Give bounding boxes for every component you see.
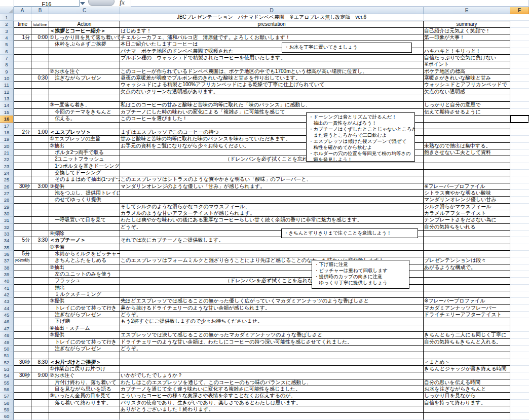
- cell-C27[interactable]: 泡をつぶし、提供用トレイに: [49, 190, 120, 197]
- row-header-7[interactable]: 7: [0, 55, 14, 61]
- cell-F57[interactable]: [510, 393, 529, 399]
- cell-A15[interactable]: [14, 109, 31, 116]
- cell-B16[interactable]: [31, 116, 49, 122]
- cell-E9[interactable]: ボケテ地区の標高: [424, 68, 510, 75]
- cell-F33[interactable]: [510, 231, 529, 237]
- cell-F20[interactable]: [510, 143, 529, 149]
- cell-D2[interactable]: presentation: [120, 21, 424, 27]
- cell-B52[interactable]: 8:30: [31, 359, 49, 366]
- cell-F30[interactable]: [510, 210, 529, 217]
- cell-F15[interactable]: [510, 109, 529, 116]
- cell-A12[interactable]: [14, 89, 31, 95]
- cell-E36[interactable]: [424, 251, 510, 257]
- cell-F1[interactable]: [510, 14, 529, 21]
- cell-E52[interactable]: ＜まとめ＞: [424, 359, 510, 366]
- cell-A1[interactable]: [14, 14, 31, 21]
- cell-D49[interactable]: ドライチェリーのような甘い余韻は、わたしにコーヒーの持つ深い可能性を感じさせてく…: [120, 339, 424, 346]
- row-header-13[interactable]: 13: [0, 95, 14, 102]
- cell-A23[interactable]: [14, 163, 31, 170]
- cell-C54[interactable]: ②お水注ぐ: [49, 372, 120, 379]
- cell-D28[interactable]: [120, 197, 424, 203]
- cell-B23[interactable]: [31, 163, 49, 170]
- row-header-38[interactable]: 38: [0, 264, 14, 271]
- cell-F46[interactable]: [510, 318, 529, 325]
- cell-C15[interactable]: 今回のテーマをきちんと: [49, 109, 120, 116]
- cell-C49[interactable]: トレイにのせて持って行き: [49, 339, 120, 346]
- cell-E41[interactable]: [424, 285, 510, 291]
- cell-B42[interactable]: [31, 291, 49, 298]
- cell-F32[interactable]: [510, 224, 529, 231]
- cell-D58[interactable]: バリスタの使命であり、生きがいであり、楽しさであるとわたしは思います。: [120, 400, 424, 406]
- cell-C26[interactable]: ③提供: [49, 183, 120, 190]
- cell-C38[interactable]: ②抽出: [49, 264, 120, 271]
- cell-D14[interactable]: 私はこのコーヒーの甘みと酸味と苦味の均等に取れた「味のバランス」に感動し、: [120, 102, 424, 108]
- cell-A34[interactable]: 5分: [14, 237, 31, 244]
- cell-C10[interactable]: 注ぎながらプレゼン: [49, 75, 120, 82]
- cell-C31[interactable]: 一呼吸置いて目を見て: [49, 217, 120, 223]
- row-header-34[interactable]: 34: [0, 237, 14, 244]
- row-header-28[interactable]: 28: [0, 197, 14, 203]
- cell-D10[interactable]: 昼夜の寒暖差が明瞭でブルボン種のきれいな酸味と甘さを作り出しています。: [120, 75, 424, 82]
- cell-C5[interactable]: 体幹をぶらさずご挨拶: [49, 41, 120, 48]
- cell-B46[interactable]: [31, 318, 49, 325]
- row-header-2[interactable]: 2: [0, 21, 14, 27]
- cell-C30[interactable]: [49, 210, 120, 217]
- textbox-note-dosing[interactable]: ・ドーシングは音とリズムで計るんだ！ 抽出の一貫性をがんばろう！ ・カプチーノは…: [306, 112, 415, 162]
- cell-E38[interactable]: あがるような構成で。: [424, 264, 510, 271]
- cell-E46[interactable]: [424, 318, 510, 325]
- cell-D31[interactable]: わたしは爽やかな味わいの後にある重厚なコーヒーらしい甘く続く余韻の香りに非常に魅…: [120, 217, 424, 223]
- cell-B47[interactable]: [31, 325, 49, 332]
- row-header-45[interactable]: 45: [0, 312, 14, 318]
- cell-D8[interactable]: [120, 61, 424, 68]
- cell-F50[interactable]: [510, 346, 529, 352]
- cell-B30[interactable]: [31, 210, 49, 217]
- row-header-33[interactable]: 33: [0, 231, 14, 237]
- cell-B11[interactable]: [31, 82, 49, 88]
- cell-B55[interactable]: [31, 379, 49, 386]
- cell-A26[interactable]: 30秒: [14, 183, 31, 190]
- cell-B20[interactable]: [31, 143, 49, 149]
- cell-A46[interactable]: [14, 318, 31, 325]
- row-header-54[interactable]: 54: [0, 372, 14, 379]
- cell-F17[interactable]: [510, 123, 529, 129]
- cell-B56[interactable]: [31, 386, 49, 393]
- cell-A43[interactable]: [14, 298, 31, 304]
- cell-E28[interactable]: マンダリンオレンジ優しい甘み: [424, 197, 510, 203]
- cell-B19[interactable]: [31, 136, 49, 142]
- cell-F9[interactable]: [510, 68, 529, 75]
- cell-F39[interactable]: [510, 271, 529, 278]
- cell-C21[interactable]: ポルタ2つ両手で取る: [49, 149, 120, 156]
- row-header-44[interactable]: 44: [0, 305, 14, 312]
- cell-F36[interactable]: [510, 251, 529, 257]
- cell-D53[interactable]: [120, 366, 424, 372]
- cell-E33[interactable]: [424, 231, 510, 237]
- cell-C53[interactable]: ①作業台に戻りお片づけ: [49, 366, 120, 372]
- cell-B14[interactable]: [31, 102, 49, 108]
- cell-A33[interactable]: [14, 231, 31, 237]
- cell-A27[interactable]: [14, 190, 31, 197]
- cell-F37[interactable]: [510, 257, 529, 264]
- cell-F43[interactable]: [510, 298, 529, 304]
- cell-C51[interactable]: [49, 352, 120, 359]
- cell-A41[interactable]: [14, 285, 31, 291]
- cell-A44[interactable]: [14, 305, 31, 312]
- cell-C9[interactable]: ②お水を注ぐ: [49, 68, 120, 75]
- cell-A6[interactable]: [14, 48, 31, 55]
- cell-E18[interactable]: [424, 129, 510, 136]
- cell-A22[interactable]: [14, 156, 31, 163]
- cell-D26[interactable]: マンダリンオレンジのような優しい「甘み」が感じられます。: [120, 183, 424, 190]
- cell-F44[interactable]: [510, 305, 529, 312]
- cell-F52[interactable]: [510, 359, 529, 366]
- cell-A5[interactable]: [14, 41, 31, 48]
- cell-F6[interactable]: [510, 48, 529, 55]
- cell-A35[interactable]: [14, 244, 31, 251]
- cell-B15[interactable]: [31, 109, 49, 116]
- cell-E44[interactable]: マカダミアンナッツフレーバー: [424, 305, 510, 312]
- cell-D60[interactable]: [120, 413, 424, 419]
- cell-B37[interactable]: [31, 257, 49, 264]
- cell-C6[interactable]: [49, 48, 120, 55]
- selected-cell-F16[interactable]: [510, 115, 529, 123]
- cell-E58[interactable]: 自信を持って終わります。: [424, 400, 510, 406]
- cell-B48[interactable]: [31, 332, 49, 338]
- cell-A39[interactable]: [14, 271, 31, 278]
